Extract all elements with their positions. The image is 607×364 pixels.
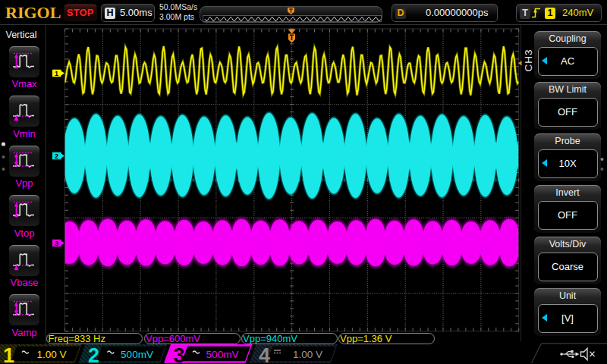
svg-text:1.00 V: 1.00 V: [36, 349, 66, 360]
svg-text:500mV: 500mV: [121, 349, 153, 360]
svg-text:3: 3: [55, 240, 58, 247]
svg-text:1.00 V: 1.00 V: [293, 349, 322, 360]
svg-text:2: 2: [88, 344, 99, 364]
svg-text:2: 2: [55, 152, 58, 160]
svg-text:4: 4: [259, 344, 270, 364]
svg-text:1: 1: [3, 344, 14, 364]
svg-text:1: 1: [55, 70, 58, 77]
svg-text:500mV: 500mV: [206, 349, 239, 360]
svg-text:3: 3: [174, 344, 185, 364]
